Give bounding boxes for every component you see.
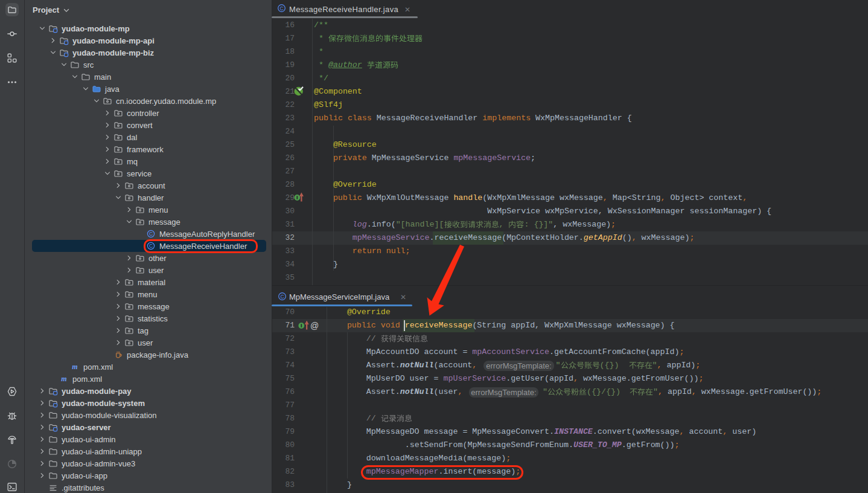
svg-text:m: m (72, 362, 77, 371)
svg-text:C: C (280, 294, 284, 300)
svg-text:C: C (149, 231, 153, 237)
svg-text:m: m (61, 375, 66, 383)
svg-text:C: C (279, 5, 283, 11)
